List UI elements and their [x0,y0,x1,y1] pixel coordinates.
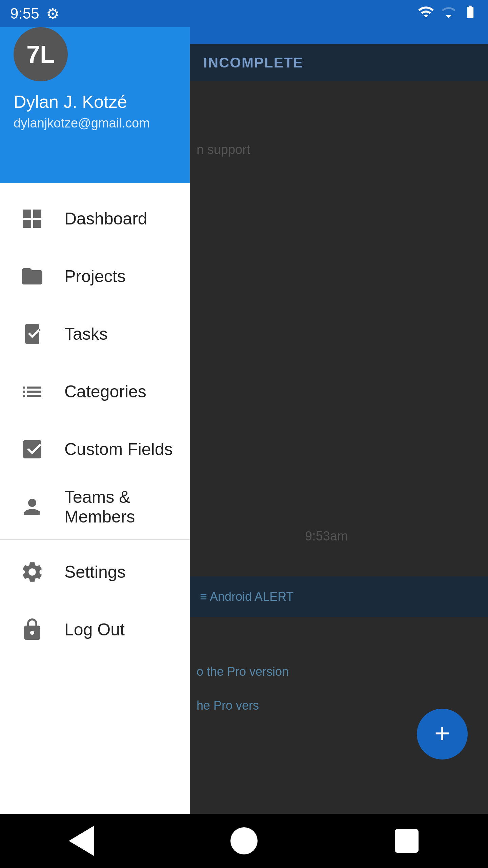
sidebar-item-projects[interactable]: Projects [0,248,190,305]
android-alert-text: ≡ Android ALERT [200,590,294,604]
sidebar-item-categories[interactable]: Categories [0,363,190,420]
lock-icon [17,614,47,645]
sidebar-item-label: Teams & Members [64,487,173,527]
pro-text-2: he Pro vers [197,698,259,713]
status-time: 9:55 [10,5,39,22]
pro-text-1: o the Pro version [197,665,289,679]
sidebar-item-teams-members[interactable]: Teams & Members [0,478,190,536]
battery-icon [463,3,478,24]
menu-divider [0,539,190,540]
folder-icon [17,261,47,292]
sidebar-item-logout[interactable]: Log Out [0,601,190,658]
drawer-user-name: Dylan J. Kotzé [14,92,176,112]
support-text: n support [197,142,250,157]
navigation-drawer: 7L Dylan J. Kotzé dylanjkotze@gmail.com … [0,0,190,868]
custom-fields-icon [17,434,47,465]
svg-rect-3 [33,220,41,228]
signal-icon [441,3,456,24]
status-bar-right [190,0,488,27]
sidebar-item-settings[interactable]: Settings [0,543,190,601]
status-bar-left: 9:55 ⚙ [0,0,190,27]
svg-rect-2 [23,220,31,228]
fab-plus-icon: + [434,720,450,747]
recents-button[interactable] [390,824,424,858]
categories-icon [17,376,47,407]
back-button[interactable] [64,824,98,858]
sidebar-item-tasks[interactable]: Tasks [0,305,190,363]
sidebar-item-label: Tasks [64,324,108,344]
sidebar-item-label: Settings [64,562,126,582]
sidebar-item-label: Projects [64,267,126,286]
avatar: 7L [14,27,68,81]
tab-incomplete-label: INCOMPLETE [203,55,303,71]
app-tab-bar: INCOMPLETE [190,44,488,81]
drawer-user-email: dylanjkotze@gmail.com [14,116,176,131]
sidebar-item-custom-fields[interactable]: Custom Fields [0,420,190,478]
home-icon [230,827,258,854]
drawer-menu: Dashboard Projects Tasks [0,183,190,868]
gear-icon [17,557,47,587]
drawer-header: 7L Dylan J. Kotzé dylanjkotze@gmail.com [0,0,190,183]
svg-rect-1 [33,210,41,218]
navigation-bar [0,814,488,868]
dashboard-icon [17,203,47,234]
home-button[interactable] [227,824,261,858]
person-icon [17,492,47,522]
recents-icon [395,829,419,853]
avatar-initials: 7L [26,40,55,68]
android-alert-bar: ≡ Android ALERT [190,576,488,617]
sidebar-item-label: Dashboard [64,209,147,229]
settings-status-icon: ⚙ [46,5,59,22]
sidebar-item-label: Categories [64,382,146,401]
svg-rect-0 [23,210,31,218]
wifi-icon [418,3,434,24]
time-text: 9:53am [305,529,348,544]
sidebar-item-dashboard[interactable]: Dashboard [0,190,190,248]
fab-add-button[interactable]: + [417,709,468,760]
tasks-icon [17,319,47,349]
back-icon [69,826,94,856]
sidebar-item-label: Custom Fields [64,439,173,459]
sidebar-item-label: Log Out [64,620,125,639]
